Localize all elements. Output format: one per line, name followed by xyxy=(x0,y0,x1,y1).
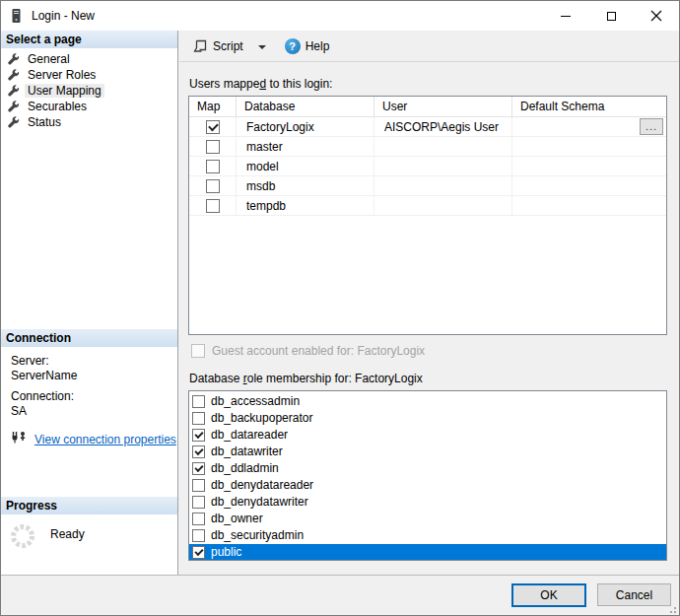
user-cell[interactable] xyxy=(374,157,512,176)
user-mapping-page: Users mapped to this login: Map Database… xyxy=(179,77,679,561)
role-checkbox[interactable] xyxy=(192,513,205,525)
help-icon: ? xyxy=(285,38,301,54)
column-header-user: User xyxy=(374,97,512,117)
script-button[interactable]: Script xyxy=(187,35,248,57)
progress-spinner-icon xyxy=(9,522,36,553)
table-row[interactable]: msdb xyxy=(189,176,666,196)
maximize-button[interactable] xyxy=(588,1,634,31)
table-row[interactable]: master xyxy=(189,137,666,157)
column-header-database: Database xyxy=(237,97,374,117)
list-item-db-ddladmin[interactable]: db_ddladmin xyxy=(189,460,666,477)
sidebar-item-label: General xyxy=(25,52,73,66)
connection-section: Connection Server: ServerName Connection… xyxy=(1,329,177,447)
close-icon xyxy=(650,10,662,22)
guest-account-row: Guest account enabled for: FactoryLogix xyxy=(191,344,679,358)
role-checkbox[interactable] xyxy=(192,496,205,509)
user-cell[interactable]: AISCORP\Aegis User xyxy=(374,117,512,137)
wrench-icon xyxy=(8,101,20,112)
maximize-icon xyxy=(607,12,616,21)
table-row[interactable]: tempdb xyxy=(189,196,666,216)
sidebar-item-securables[interactable]: Securables xyxy=(1,99,177,114)
wrench-icon xyxy=(8,116,20,128)
map-checkbox[interactable] xyxy=(206,199,220,213)
browse-schema-button[interactable]: ... xyxy=(640,118,663,135)
sidebar-item-label: Status xyxy=(25,115,64,129)
connection-header: Connection xyxy=(1,329,177,347)
list-item-db-securityadmin[interactable]: db_securityadmin xyxy=(189,527,666,544)
user-cell[interactable] xyxy=(374,137,512,157)
sidebar-item-server-roles[interactable]: Server Roles xyxy=(1,67,177,83)
help-label: Help xyxy=(306,39,330,53)
page-list: General Server Roles User Mapping Secura… xyxy=(1,48,177,130)
login-app-icon xyxy=(10,8,23,24)
window-title: Login - New xyxy=(32,9,95,23)
progress-header: Progress xyxy=(1,497,177,514)
database-roles-list: db_accessadmin db_backupoperator db_data… xyxy=(188,390,667,561)
wrench-icon xyxy=(8,69,20,81)
default-schema-cell[interactable] xyxy=(512,196,666,216)
map-checkbox[interactable] xyxy=(206,140,220,154)
list-item-public[interactable]: public xyxy=(189,544,666,561)
resize-grip[interactable] xyxy=(667,603,677,613)
database-cell: model xyxy=(237,157,374,176)
role-checkbox[interactable] xyxy=(192,395,205,408)
connection-value: SA xyxy=(11,404,177,419)
minimize-icon xyxy=(561,16,571,17)
list-item-db-accessadmin[interactable]: db_accessadmin xyxy=(189,393,666,410)
role-checkbox[interactable] xyxy=(192,529,205,542)
role-checkbox[interactable] xyxy=(192,462,205,475)
list-item-db-owner[interactable]: db_owner xyxy=(189,511,666,527)
connection-label: Connection: xyxy=(11,389,177,404)
minimize-button[interactable] xyxy=(543,1,588,31)
title-bar: Login - New xyxy=(1,1,679,31)
default-schema-cell[interactable] xyxy=(512,157,666,176)
role-checkbox[interactable] xyxy=(192,429,205,442)
roles-label: Database role membership for: FactoryLog… xyxy=(189,372,679,385)
default-schema-cell[interactable] xyxy=(512,137,666,157)
close-button[interactable] xyxy=(634,1,679,31)
map-checkbox[interactable] xyxy=(206,120,220,134)
column-header-default-schema: Default Schema xyxy=(512,97,666,117)
table-row[interactable]: FactoryLogix AISCORP\Aegis User ... xyxy=(189,117,666,137)
sidebar: Select a page General Server Roles User … xyxy=(1,31,178,577)
wrench-icon xyxy=(8,85,20,97)
role-checkbox[interactable] xyxy=(192,412,205,425)
sidebar-item-label: User Mapping xyxy=(25,84,104,98)
map-checkbox[interactable] xyxy=(206,160,220,173)
list-item-db-datawriter[interactable]: db_datawriter xyxy=(189,444,666,460)
cancel-button[interactable]: Cancel xyxy=(597,583,671,606)
table-header-row: Map Database User Default Schema xyxy=(189,97,666,117)
sidebar-item-general[interactable]: General xyxy=(1,51,177,67)
sidebar-item-label: Server Roles xyxy=(25,68,99,82)
list-item-db-denydatawriter[interactable]: db_denydatawriter xyxy=(189,494,666,511)
default-schema-cell[interactable] xyxy=(512,176,666,196)
select-a-page-section: Select a page General Server Roles User … xyxy=(1,31,177,130)
list-item-db-backupoperator[interactable]: db_backupoperator xyxy=(189,410,666,427)
list-item-db-denydatareader[interactable]: db_denydatareader xyxy=(189,477,666,494)
list-item-db-datareader[interactable]: db_datareader xyxy=(189,427,666,444)
sidebar-item-user-mapping[interactable]: User Mapping xyxy=(1,83,177,99)
script-dropdown-icon[interactable] xyxy=(258,45,266,49)
view-connection-properties-link[interactable]: View connection properties xyxy=(34,433,176,446)
window-controls xyxy=(543,1,679,31)
table-row[interactable]: model xyxy=(189,157,666,176)
login-new-dialog: Login - New Select a page General Server… xyxy=(0,0,680,616)
map-checkbox[interactable] xyxy=(206,179,220,193)
server-value: ServerName xyxy=(11,369,177,383)
role-checkbox[interactable] xyxy=(192,479,205,492)
default-schema-cell[interactable]: ... xyxy=(512,117,666,137)
sidebar-item-status[interactable]: Status xyxy=(1,114,177,130)
main-panel: Script ? Help Users mapped to this login… xyxy=(179,31,679,577)
help-button[interactable]: ? Help xyxy=(270,35,335,57)
connection-properties-icon xyxy=(11,431,28,447)
user-mapping-table: Map Database User Default Schema Factory… xyxy=(188,96,667,335)
role-checkbox[interactable] xyxy=(192,445,205,458)
user-cell[interactable] xyxy=(374,176,512,196)
user-cell[interactable] xyxy=(374,196,512,216)
users-mapped-label: Users mapped to this login: xyxy=(189,77,679,91)
column-header-map: Map xyxy=(189,97,237,117)
progress-section: Progress Ready xyxy=(1,497,177,553)
progress-status: Ready xyxy=(50,527,85,541)
role-checkbox[interactable] xyxy=(192,546,205,559)
ok-button[interactable]: OK xyxy=(511,583,586,607)
